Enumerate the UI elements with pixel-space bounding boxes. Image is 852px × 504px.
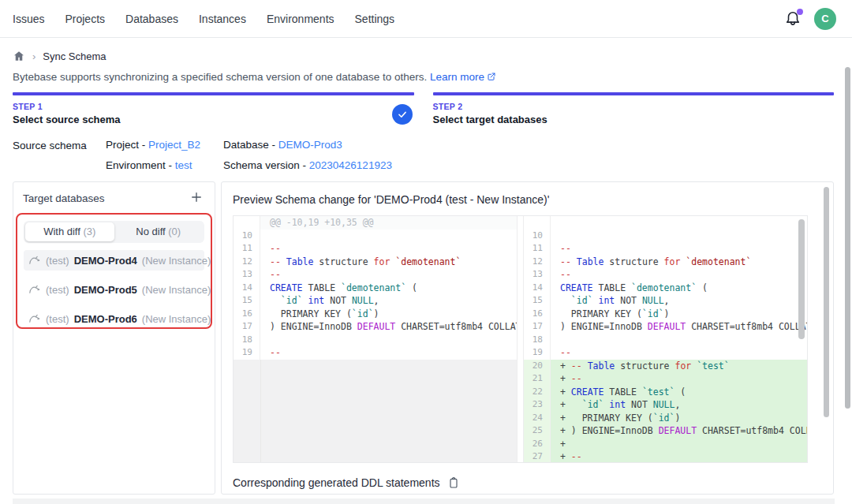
diff-line: 11-- xyxy=(524,242,807,256)
diff-line-code: + -- Table structure for `test` xyxy=(551,360,807,373)
diff-left-filler xyxy=(234,360,517,463)
nav-item-databases[interactable]: Databases xyxy=(125,13,178,25)
nav-item-environments[interactable]: Environments xyxy=(267,13,334,25)
diff-line-code: `id` int NOT NULL, xyxy=(260,294,517,308)
diff-line-code: + -- xyxy=(551,450,807,462)
diff-line-number: 10 xyxy=(234,230,260,243)
source-field-key: Database - xyxy=(223,139,278,151)
source-field: Schema version - 20230426121923 xyxy=(223,159,392,171)
source-field-value-link[interactable]: 20230426121923 xyxy=(309,159,392,171)
diff-line-number xyxy=(524,216,551,230)
db-env-label: (test) xyxy=(46,255,69,267)
target-databases-title: Target databases xyxy=(23,192,105,204)
diff-line: 12-- Table structure for `demotenant` xyxy=(524,256,807,269)
diff-line: 21+ -- xyxy=(524,372,807,386)
steps: STEP 1 Select source schema STEP 2 Selec… xyxy=(13,92,834,125)
tab-count: (0) xyxy=(168,226,181,237)
diff-line-number: 15 xyxy=(524,294,551,308)
diff-line: 13-- xyxy=(524,268,807,282)
diff-line: 17) ENGINE=InnoDB DEFAULT CHARSET=utf8mb… xyxy=(234,320,517,334)
diff-line: 12-- Table structure for `demotenant` xyxy=(234,256,517,269)
diff-line: 19-- xyxy=(524,346,807,360)
diff-line-code: CREATE TABLE `demotenant` ( xyxy=(551,282,807,295)
plus-icon xyxy=(189,190,204,204)
window-scrollbar[interactable] xyxy=(845,67,850,409)
source-field-key: Environment - xyxy=(106,159,175,171)
preview-panel-scrollbar[interactable] xyxy=(824,187,829,417)
diff-line-number: 26 xyxy=(524,438,551,451)
diff-line: 24+ PRIMARY KEY (`id`) xyxy=(524,412,807,425)
diff-line-code: @@ -10,19 +10,35 @@ xyxy=(260,216,517,230)
diff-line: 16 PRIMARY KEY (`id`) xyxy=(234,308,517,321)
add-target-database-button[interactable] xyxy=(189,190,205,206)
diff-pane-right: 1011--12-- Table structure for `demotena… xyxy=(523,216,807,462)
source-field-value-link[interactable]: test xyxy=(175,159,192,171)
intro-sentence: Bytebase supports synchronizing a specif… xyxy=(13,71,427,83)
diff-line-number: 20 xyxy=(524,360,551,373)
diff-line-code: + -- xyxy=(551,372,807,386)
notification-dot xyxy=(797,9,803,15)
step-1-title: Select source schema xyxy=(13,114,414,125)
ddl-section-header: Corresponding generated DDL statements xyxy=(233,476,822,489)
page-body: › Sync Schema Bytebase supports synchron… xyxy=(0,38,852,495)
step-1-progress-bar xyxy=(13,92,414,95)
diff-line: 19-- xyxy=(234,346,517,360)
external-link-icon xyxy=(487,72,496,81)
diff-line: 18 xyxy=(524,334,807,347)
diff-line-number: 14 xyxy=(234,282,260,295)
target-list-highlight-box: With diff (3)No diff (0) (test) DEMO-Pro… xyxy=(16,213,212,329)
db-instance-suffix: (New Instance) xyxy=(142,255,211,267)
step-2: STEP 2 Select target databases xyxy=(433,92,835,125)
nav-item-settings[interactable]: Settings xyxy=(355,13,395,25)
db-name: DEMO-Prod4 xyxy=(74,255,137,267)
diff-line: 22+ CREATE TABLE `test` ( xyxy=(524,386,807,399)
home-icon[interactable] xyxy=(13,50,25,62)
diff-line: 14CREATE TABLE `demotenant` ( xyxy=(524,282,807,295)
diff-line-code xyxy=(260,334,517,347)
diff-right-pane-scrollbar[interactable] xyxy=(798,219,805,339)
nav-item-instances[interactable]: Instances xyxy=(199,13,246,25)
diff-line-number: 18 xyxy=(234,334,260,347)
diff-line-code: -- xyxy=(551,346,807,360)
diff-line-number: 10 xyxy=(524,230,551,243)
source-field: Environment - test xyxy=(106,159,223,171)
target-panel-header: Target databases xyxy=(13,182,215,212)
copy-ddl-button[interactable] xyxy=(447,476,460,489)
diff-line-code: + xyxy=(551,438,807,451)
db-item-demo-prod4[interactable]: (test) DEMO-Prod4 (New Instance) xyxy=(24,250,204,271)
step-1: STEP 1 Select source schema xyxy=(13,92,414,125)
check-icon xyxy=(397,109,408,120)
tab-no-diff[interactable]: No diff (0) xyxy=(114,222,204,241)
db-item-demo-prod5[interactable]: (test) DEMO-Prod5 (New Instance) xyxy=(24,279,204,300)
avatar[interactable]: C xyxy=(814,8,836,30)
nav-item-projects[interactable]: Projects xyxy=(65,13,105,25)
db-instance-suffix: (New Instance) xyxy=(142,313,211,325)
diff-header-spacer xyxy=(524,216,807,230)
nav-item-issues[interactable]: Issues xyxy=(13,13,44,25)
diff-line-code: + PRIMARY KEY (`id`) xyxy=(551,412,807,425)
preview-panel: Preview Schema change for 'DEMO-Prod4 (t… xyxy=(221,181,834,495)
diff-line-number: 14 xyxy=(524,282,551,295)
source-field-value-link[interactable]: Project_B2 xyxy=(148,139,200,151)
diff-line-number: 15 xyxy=(234,294,260,308)
diff-tabs: With diff (3)No diff (0) xyxy=(24,221,204,243)
clipboard-icon xyxy=(447,476,460,489)
source-field-value-link[interactable]: DEMO-Prod3 xyxy=(278,139,342,151)
diff-line: 26+ xyxy=(524,438,807,451)
diff-line-number: 11 xyxy=(524,242,551,256)
diff-line-code: PRIMARY KEY (`id`) xyxy=(551,308,807,321)
breadcrumb-page-title: Sync Schema xyxy=(43,50,106,62)
intro-text: Bytebase supports synchronizing a specif… xyxy=(13,71,834,83)
diff-line-code: -- xyxy=(260,346,517,360)
tab-with-diff[interactable]: With diff (3) xyxy=(25,222,114,241)
notifications-bell-button[interactable] xyxy=(784,10,802,28)
diff-line-code: PRIMARY KEY (`id`) xyxy=(260,308,517,321)
ddl-title: Corresponding generated DDL statements xyxy=(233,476,440,489)
learn-more-link[interactable]: Learn more xyxy=(430,71,496,83)
diff-line-code: + `id` int NOT NULL, xyxy=(551,398,807,412)
diff-pane-left: @@ -10,19 +10,35 @@1011--12-- Table stru… xyxy=(234,216,518,462)
nav-right: C xyxy=(784,8,836,30)
db-item-demo-prod6[interactable]: (test) DEMO-Prod6 (New Instance) xyxy=(24,308,204,329)
diff-line: 15 `id` int NOT NULL, xyxy=(234,294,517,308)
diff-line-number: 18 xyxy=(524,334,551,347)
